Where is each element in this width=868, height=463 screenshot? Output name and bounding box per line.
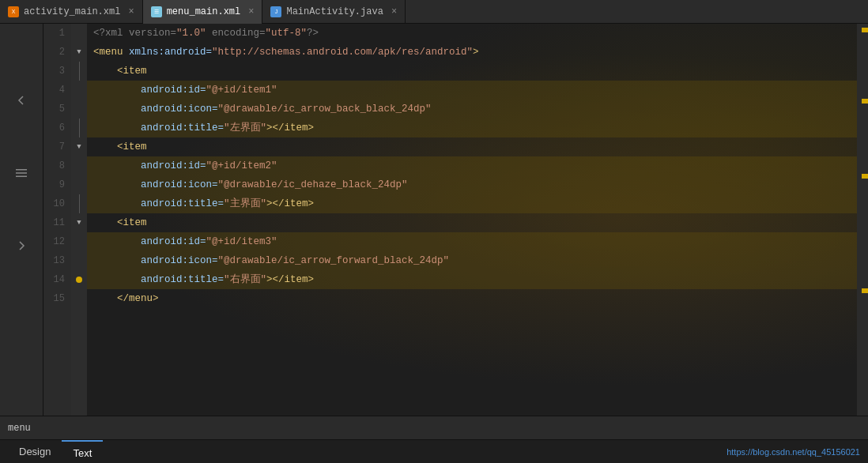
breakpoint-dot [76, 277, 82, 283]
fold-11[interactable]: ▼ [71, 213, 87, 232]
line-num-14: 14 [54, 270, 65, 289]
line-num-2: 2 [59, 43, 65, 62]
code-line-5: android:icon="@drawable/ic_arrow_back_bl… [87, 100, 857, 119]
fold-13 [71, 251, 87, 270]
footer-tabs: Design Text https://blog.csdn.net/qq_451… [0, 439, 868, 463]
line-num-9: 9 [59, 175, 65, 194]
tab-label: activity_main.xml [24, 6, 120, 17]
line-num-1: 1 [59, 24, 65, 43]
line-num-12: 12 [54, 232, 65, 251]
fold-7[interactable]: ▼ [71, 137, 87, 156]
svg-rect-0 [16, 169, 27, 171]
fold-12 [71, 232, 87, 251]
fold-14 [71, 270, 87, 289]
line-num-11: 11 [54, 213, 65, 232]
code-line-8: android:id="@+id/item2" [87, 156, 857, 175]
fold-2[interactable]: ▼ [71, 43, 87, 62]
fold-6 [71, 119, 87, 137]
line-num-5: 5 [59, 100, 65, 119]
line-num-3: 3 [59, 62, 65, 81]
line-numbers: 1 2 3 4 5 6 7 8 9 10 11 12 13 14 15 [43, 24, 71, 416]
code-line-13: android:icon="@drawable/ic_arrow_forward… [87, 251, 857, 270]
line-num-4: 4 [59, 81, 65, 100]
scroll-mark-2 [862, 99, 868, 104]
tab-label: menu_main.xml [167, 6, 241, 17]
code-line-6: android:title="左界面"></item> [87, 119, 857, 137]
fold-4 [71, 81, 87, 100]
code-line-4: android:id="@+id/item1" [87, 81, 857, 100]
code-line-15: </menu> [87, 289, 857, 308]
close-icon[interactable]: × [391, 6, 397, 17]
forward-icon[interactable] [9, 234, 33, 258]
scroll-mark-3 [862, 174, 868, 179]
java-icon: J [270, 6, 281, 17]
scroll-mark-1 [862, 28, 868, 32]
hamburger-icon[interactable] [9, 161, 33, 185]
fold-3[interactable] [71, 62, 87, 81]
footer-tab-container: Design Text [8, 440, 103, 464]
line-num-15: 15 [54, 289, 65, 308]
xml-menu-icon: ☰ [151, 6, 162, 17]
fold-1[interactable] [71, 24, 87, 43]
line-num-7: 7 [59, 137, 65, 156]
line-num-13: 13 [54, 251, 65, 270]
code-line-11: <item [87, 213, 857, 232]
fold-15 [71, 289, 87, 308]
code-area: 1 2 3 4 5 6 7 8 9 10 11 12 13 14 15 ▼ [43, 24, 868, 416]
close-icon[interactable]: × [248, 6, 254, 17]
tab-bar: X activity_main.xml × ☰ menu_main.xml × … [0, 0, 868, 24]
svg-rect-2 [16, 176, 27, 178]
design-tab[interactable]: Design [8, 440, 62, 464]
editor-area: 1 2 3 4 5 6 7 8 9 10 11 12 13 14 15 ▼ [0, 24, 868, 416]
close-icon[interactable]: × [128, 6, 134, 17]
tab-label: MainActivity.java [286, 6, 383, 17]
code-content[interactable]: <?xml version="1.0" encoding="utf-8"?> <… [87, 24, 857, 416]
code-line-3: <item [87, 62, 857, 81]
code-line-12: android:id="@+id/item3" [87, 232, 857, 251]
text-tab[interactable]: Text [62, 440, 103, 464]
file-label: menu [8, 423, 31, 434]
code-line-1: <?xml version="1.0" encoding="utf-8"?> [87, 24, 857, 43]
left-toolbar [0, 24, 43, 416]
line-num-6: 6 [59, 119, 65, 137]
code-line-14: android:title="右界面"></item> [87, 270, 857, 289]
tab-activity-xml[interactable]: X activity_main.xml × [0, 0, 143, 24]
tab-menu-xml[interactable]: ☰ menu_main.xml × [143, 0, 263, 24]
code-line-2: <menu xmlns:android="http://schemas.andr… [87, 43, 857, 62]
line-num-8: 8 [59, 156, 65, 175]
ide-window: X activity_main.xml × ☰ menu_main.xml × … [0, 0, 868, 463]
footer-url[interactable]: https://blog.csdn.net/qq_45156021 [726, 447, 860, 457]
xml-icon: X [8, 6, 19, 17]
tab-mainactivity-java[interactable]: J MainActivity.java × [262, 0, 406, 24]
back-icon[interactable] [9, 88, 33, 112]
code-line-7: <item [87, 137, 857, 156]
collapse-gutter: ▼ ▼ ▼ [71, 24, 87, 416]
fold-9 [71, 175, 87, 194]
svg-rect-1 [16, 172, 27, 174]
code-line-10: android:title="主界面"></item> [87, 194, 857, 213]
line-num-10: 10 [54, 194, 65, 213]
fold-10 [71, 194, 87, 213]
scroll-mark-4 [862, 288, 868, 293]
code-line-9: android:icon="@drawable/ic_dehaze_black_… [87, 175, 857, 194]
right-scrollbar[interactable] [857, 24, 868, 416]
fold-8 [71, 156, 87, 175]
fold-5 [71, 100, 87, 119]
bottom-status-bar: menu [0, 416, 868, 439]
